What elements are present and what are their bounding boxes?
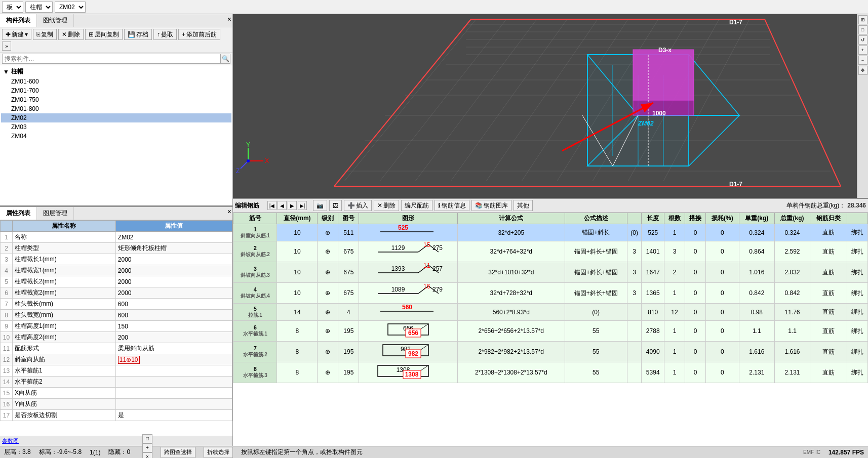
rebar-library-btn[interactable]: 📚 钢筋图库 xyxy=(471,200,511,211)
total-weight-value: 28.346 xyxy=(847,202,866,209)
floor-copy-btn[interactable]: ⊞ 层间复制 xyxy=(85,29,123,40)
view-tool-pan[interactable]: ✥ xyxy=(858,66,867,75)
nav-last[interactable]: ▶| xyxy=(298,201,307,210)
new-icon: ✚ xyxy=(6,31,11,38)
prop-row-value[interactable] xyxy=(115,365,232,377)
subtype-dropdown[interactable]: 柱帽 xyxy=(25,2,53,13)
tree-item-zm01-750[interactable]: ZM01-750 xyxy=(1,95,231,104)
prop-row-value[interactable]: 2000 xyxy=(115,287,232,299)
prop-row-value[interactable] xyxy=(115,377,232,388)
view-tool-1[interactable]: ⊞ xyxy=(858,15,867,24)
tree-item-zm02[interactable]: ZM02 xyxy=(1,113,231,122)
tab-drawing-mgmt[interactable]: 图纸管理 xyxy=(37,14,74,27)
svg-rect-0 xyxy=(233,14,868,198)
nav-first[interactable]: |◀ xyxy=(267,201,277,210)
rebar-info-btn[interactable]: ℹ 钢筋信息 xyxy=(435,200,469,211)
rebar-row[interactable]: 7水平箍筋.2 8 ⊕ 195 982 982 2*982+2*982+2*13… xyxy=(233,342,868,362)
delete-btn[interactable]: ✕ 删除 xyxy=(58,29,84,40)
select-mode-2-btn[interactable]: + xyxy=(142,443,152,452)
rebar-grade: ⊕ xyxy=(318,321,338,342)
rebar-unitw: 1.616 xyxy=(739,342,774,362)
prop-row-value[interactable]: 2000 xyxy=(115,265,232,276)
prop-row-value[interactable] xyxy=(115,388,232,399)
tab-component-list[interactable]: 构件列表 xyxy=(0,14,37,27)
prop-row-value[interactable]: 600 xyxy=(115,299,232,310)
prop-row-value[interactable]: 150 xyxy=(115,321,232,332)
search-row: 🔍 xyxy=(0,53,232,65)
tree-item-zm01-600[interactable]: ZM01-600 xyxy=(1,77,231,86)
prop-row-value[interactable]: 200 xyxy=(115,332,232,343)
prop-row-value[interactable]: 600 xyxy=(115,310,232,321)
rebar-shape: 525 xyxy=(359,224,458,241)
nav-prev[interactable]: ◀ xyxy=(278,201,287,210)
copy-btn[interactable]: ⎘ 复制 xyxy=(33,29,57,40)
rebar-overlap: 0 xyxy=(685,224,706,241)
add-rebar-btn[interactable]: + 添加前后筋 xyxy=(178,29,220,40)
close-left-bottom[interactable]: × xyxy=(227,207,231,216)
rebar-dim-btn[interactable]: 编尺配筋 xyxy=(401,200,432,211)
rebar-grade: ⊕ xyxy=(318,262,338,283)
param-diagram-link[interactable]: 参数图 xyxy=(2,438,19,444)
rebar-delete-btn[interactable]: ✕ 删除 xyxy=(374,200,399,211)
rebar-row[interactable]: 8水平箍筋.3 8 ⊕ 195 1308 1308 2*1308+2*1308+… xyxy=(233,362,868,383)
prop-row-name: 柱头截长(mm) xyxy=(13,299,116,310)
tree-item-zm04[interactable]: ZM04 xyxy=(1,132,231,141)
tab-properties[interactable]: 属性列表 xyxy=(0,207,37,220)
select-mode-3-btn[interactable]: × xyxy=(142,452,152,459)
tree-item-zm01-700[interactable]: ZM01-700 xyxy=(1,86,231,95)
prop-row-value[interactable]: 2000 xyxy=(115,276,232,287)
rebar-count: 1 xyxy=(664,224,685,241)
rebar-row[interactable]: 1斜室向从筋.1 10 ⊕ 511 525 32*d+205 锚固+斜长 (0)… xyxy=(233,224,868,241)
rebar-overlap: 0 xyxy=(685,283,706,304)
rebar-type: 直筋 xyxy=(810,362,847,383)
polyline-select-btn[interactable]: 折线选择 xyxy=(204,447,233,458)
view-tool-zoom-in[interactable]: + xyxy=(858,46,867,55)
rebar-row[interactable]: 3斜坡向从筋.3 10 ⊕ 675 1393 11 257 32*d+1010+… xyxy=(233,262,868,283)
nav-next[interactable]: ▶ xyxy=(288,201,297,210)
prop-row-value[interactable]: 矩形倾角托板柱帽 xyxy=(115,243,232,254)
search-button[interactable]: 🔍 xyxy=(220,54,230,64)
tab-layer-mgmt[interactable]: 图层管理 xyxy=(37,207,74,220)
rebar-other-btn[interactable]: 其他 xyxy=(514,200,533,211)
prop-row-value[interactable]: 11⊕10 xyxy=(115,354,232,365)
rebar-insert-btn[interactable]: ➕ 插入 xyxy=(344,200,372,211)
prop-row-value[interactable]: 是 xyxy=(115,410,232,421)
prop-row-value[interactable] xyxy=(115,399,232,410)
expand-btn[interactable]: » xyxy=(2,41,11,51)
extract-btn[interactable]: ↑ 提取 xyxy=(153,29,177,40)
prop-row-value[interactable]: ZM02 xyxy=(115,232,232,243)
tree-category-zhumao[interactable]: ▼ 柱帽 xyxy=(1,66,231,77)
select-mode-btn[interactable]: □ xyxy=(142,434,152,443)
rebar-type: 直筋 xyxy=(810,321,847,342)
rebar-count: 1 xyxy=(664,283,685,304)
prop-row-value[interactable]: 2000 xyxy=(115,254,232,265)
rebar-row[interactable]: 4斜坡向从筋.4 10 ⊕ 675 1089 16 279 32*d+728+3… xyxy=(233,283,868,304)
rebar-totalw: 2.131 xyxy=(774,362,810,383)
rebar-row[interactable]: 6水平箍筋.1 8 ⊕ 195 656 656 2*656+2*656+2*13… xyxy=(233,321,868,342)
tree-item-zm03[interactable]: ZM03 xyxy=(1,122,231,132)
prop-row-value[interactable]: 柔用斜向从筋 xyxy=(115,343,232,354)
span-select-btn[interactable]: 跨图查选择 xyxy=(161,447,195,458)
save-btn[interactable]: 💾 存档 xyxy=(124,29,152,40)
view-tool-3[interactable]: ↺ xyxy=(858,35,867,45)
close-left-top[interactable]: × xyxy=(227,15,231,23)
rebar-row-num: 6水平箍筋.1 xyxy=(233,321,277,342)
search-input[interactable] xyxy=(2,54,220,64)
rebar-camera-btn[interactable]: 📷 xyxy=(313,200,327,211)
rebar-extra xyxy=(627,342,642,362)
th-unitw: 单重(kg) xyxy=(739,213,774,224)
type-dropdown[interactable]: 板 xyxy=(2,2,23,13)
3d-canvas[interactable]: 1000 D1-7 D3-x D1-7 ZM02 xyxy=(233,14,868,198)
prop-row: 12 斜室向从筋 11⊕10 xyxy=(1,354,232,365)
view-tool-2[interactable]: □ xyxy=(858,25,867,34)
component-dropdown[interactable]: ZM02 xyxy=(55,2,86,13)
right-panel: 1000 D1-7 D3-x D1-7 ZM02 xyxy=(233,14,868,446)
rebar-snapshot-btn[interactable]: 🖼 xyxy=(329,200,342,211)
rebar-shape: 656 656 xyxy=(359,321,458,342)
new-btn[interactable]: ✚ 新建 ▾ xyxy=(2,29,31,40)
view-tool-zoom-out[interactable]: − xyxy=(858,56,867,65)
rebar-row[interactable]: 2斜坡向从筋.2 10 ⊕ 675 1129 15 275 32*d+764+3… xyxy=(233,241,868,262)
tree-item-zm01-800[interactable]: ZM01-800 xyxy=(1,104,231,113)
rebar-row[interactable]: 5拉筋.1 14 ⊕ 4 560 560+2*8.93*d (0) 810 12… xyxy=(233,304,868,321)
prop-row: 17 是否按板边切割 是 xyxy=(1,410,232,421)
